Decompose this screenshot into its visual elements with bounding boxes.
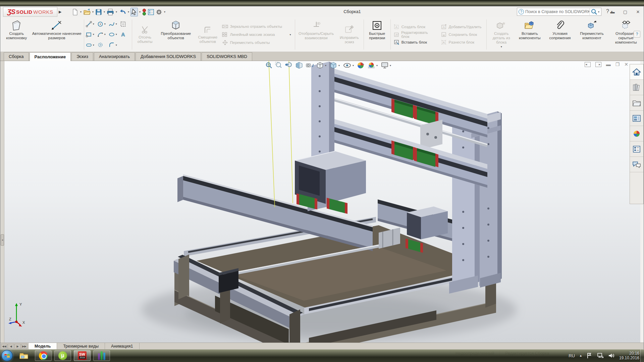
dropdown-icon[interactable]: ▾ [115,44,118,47]
move-component-button[interactable]: Переместить компонент [576,18,608,51]
point-tool[interactable] [97,41,107,49]
auto-dimension-button[interactable]: Автоматическое нанесение размеров [31,18,83,51]
action-center-flag-icon[interactable] [587,353,593,359]
convert-entities-button[interactable]: Преобразование объектов [157,18,195,51]
hide-show-items-button[interactable]: ▾ [343,62,355,69]
dropdown-icon[interactable]: ▾ [79,10,82,13]
volume-icon[interactable] [608,353,615,359]
dropdown-icon[interactable]: ▾ [376,64,378,67]
offset-entities-button[interactable]: Смещение объектов [195,18,221,51]
make-part-from-block-button[interactable]: Создать деталь из блока ▾ [488,18,515,51]
new-document-button[interactable] [71,8,79,16]
dropdown-icon[interactable]: ▾ [338,64,340,67]
dropdown-icon[interactable]: ▾ [92,10,94,13]
help-search-box[interactable]: ? ▾ [517,8,601,16]
dropdown-icon[interactable]: ▾ [115,33,118,36]
maximize-button[interactable]: ▢ [622,8,629,14]
menu-flyout-icon[interactable]: ▶ [59,8,63,15]
zoom-to-fit-button[interactable] [265,62,273,69]
line-tool[interactable]: ▾ [86,20,96,28]
utorrent-taskbar-button[interactable]: µ [54,350,71,361]
split-pane-right-button[interactable]: ► [595,62,601,67]
dropdown-icon[interactable]: ▾ [597,10,600,13]
insert-block-button[interactable]: A Вставить блок [394,39,436,46]
slot-tool[interactable]: ▾ [86,41,96,49]
mirror-entities-button[interactable]: Зеркально отразить объекты [222,23,292,30]
explode-block-button[interactable]: A Разнести блок [441,39,484,46]
dropdown-icon[interactable]: ▾ [352,64,355,67]
network-icon[interactable] [597,353,604,359]
save-button[interactable] [95,8,102,16]
dropdown-icon[interactable]: ▾ [104,33,106,36]
spline-tool[interactable]: ▾ [109,20,119,28]
3d-views-tab[interactable]: Трехмерные виды [57,343,105,350]
insert-components-button[interactable]: Вставить компоненты [515,18,544,51]
scroll-next-button[interactable]: ▶ [14,344,21,349]
dropdown-icon[interactable]: ▾ [92,33,95,36]
scroll-first-button[interactable]: ◀◀ [1,344,7,349]
ribbon-help-button[interactable]: ? [634,31,640,38]
text-tool[interactable]: A [120,30,130,39]
bars-app-taskbar-button[interactable] [93,350,110,361]
dropdown-icon[interactable]: ▾ [389,64,392,67]
doc-restore-button[interactable]: ❐ [615,62,620,67]
file-explorer-tab[interactable] [630,95,643,111]
forum-tab[interactable] [630,157,643,172]
dropdown-icon[interactable]: ▾ [103,10,106,13]
tab-layout[interactable]: Расположение [30,52,71,61]
doc-minimize-button[interactable]: ▬ [606,62,611,67]
dropdown-icon[interactable]: ▾ [104,22,106,25]
open-button[interactable] [83,8,91,16]
print-button[interactable] [106,8,114,16]
custom-properties-tab[interactable] [630,141,643,157]
fillet-tool[interactable]: ▾ [109,41,119,49]
previous-view-button[interactable] [285,62,293,69]
dropdown-icon[interactable]: ▾ [115,22,118,25]
settings-button[interactable] [155,8,163,16]
tab-assembly[interactable]: Сборка [4,52,29,61]
section-view-button[interactable] [295,62,303,69]
dropdown-icon[interactable]: ▾ [289,33,291,36]
resources-tab[interactable] [630,64,643,80]
selection-filter-button[interactable] [142,8,147,16]
close-button[interactable]: ✕ [634,8,642,14]
explorer-taskbar-button[interactable] [15,350,32,361]
arc-tool[interactable]: ▾ [97,30,107,39]
move-entities-button[interactable]: Переместить объекты [222,39,292,46]
chrome-taskbar-button[interactable] [35,350,52,361]
circle-tool[interactable]: ▾ [97,20,107,28]
tab-addins[interactable]: Добавления SOLIDWORKS [136,52,201,61]
zoom-to-area-button[interactable] [275,62,282,69]
doc-close-button[interactable]: ✕ [624,62,628,67]
appearances-tab[interactable] [630,126,643,141]
split-pane-left-button[interactable]: ◄ [585,62,591,67]
show-desktop-button[interactable] [640,349,644,362]
language-indicator[interactable]: RU [569,353,575,358]
dropdown-icon[interactable]: ▾ [127,10,130,13]
start-button[interactable] [1,350,13,361]
display-style-button[interactable]: ▾ [329,62,340,69]
trim-entities-button[interactable]: Отсечь объекты [133,18,157,51]
dropdown-icon[interactable]: ▾ [115,10,118,13]
make-block-button[interactable]: A Создать блок [394,23,436,30]
dropdown-icon[interactable]: ▾ [92,44,95,47]
tray-expand-icon[interactable]: ▲ [579,354,582,357]
scroll-last-button[interactable]: ▶▶ [21,344,28,349]
mate-button[interactable]: Условия сопряжения [544,18,575,51]
view-palette-tab[interactable] [630,111,643,126]
solidworks-logo[interactable]: ƷS SOLIDWORKS [3,7,57,17]
tab-evaluate[interactable]: Анализировать [94,52,135,61]
dropdown-icon[interactable]: ▾ [92,22,95,25]
display-relations-button[interactable]: Отобразить/Скрыть взаимосвязи [296,18,336,51]
view-settings-button[interactable]: ▾ [381,62,392,69]
scroll-prev-button[interactable]: ◀ [8,344,14,349]
save-block-button[interactable]: Сохранить блок [441,31,484,38]
edit-appearance-button[interactable] [357,62,365,69]
add-remove-block-button[interactable]: A Добавить/Удалить [441,23,484,30]
model-tab[interactable]: Модель [28,343,57,350]
options-list-button[interactable] [147,8,155,16]
apply-scene-button[interactable]: ▾ [367,62,378,69]
tab-mbd[interactable]: SOLIDWORKS MBD [202,52,252,61]
quick-snaps-button[interactable]: Быстрые привязки [365,18,389,51]
selection-box-tool[interactable] [120,20,130,28]
